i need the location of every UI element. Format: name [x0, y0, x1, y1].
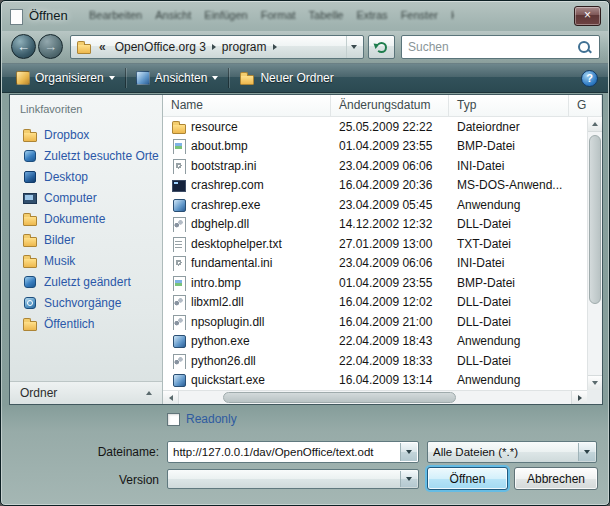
open-button[interactable]: Öffnen — [427, 467, 508, 490]
chevron-down-icon — [351, 45, 357, 49]
filename-label: Dateiname: — [9, 445, 159, 459]
file-row[interactable]: desktophelper.txt 27.01.2009 13:00 TXT-D… — [163, 234, 587, 254]
breadcrumb-dropdown-button[interactable] — [346, 36, 361, 58]
file-name: npsoplugin.dll — [191, 315, 264, 329]
file-date: 25.05.2009 22:22 — [331, 120, 449, 134]
scroll-down-button[interactable] — [588, 375, 602, 390]
sidebar-item-label: Computer — [44, 191, 97, 205]
sidebar-item-icon — [22, 295, 38, 311]
readonly-label[interactable]: Readonly — [186, 412, 237, 426]
horizontal-scrollbar[interactable] — [163, 390, 587, 404]
column-header-date[interactable]: Änderungsdatum — [331, 95, 449, 116]
new-folder-button[interactable]: Neuer Ordner — [231, 67, 341, 89]
content-area: Linkfavoriten Dropbox Zuletzt besuchte O… — [9, 94, 603, 405]
file-row[interactable]: libxml2.dll 16.04.2009 12:02 DLL-Datei — [163, 293, 587, 313]
file-row[interactable]: fundamental.ini 23.04.2009 06:06 INI-Dat… — [163, 254, 587, 274]
scroll-up-button[interactable] — [588, 117, 602, 132]
sidebar-item[interactable]: Öffentlich — [10, 313, 162, 334]
file-row[interactable]: bootstrap.ini 23.04.2009 06:06 INI-Datei — [163, 156, 587, 176]
chevron-right-icon — [578, 395, 582, 401]
forward-button[interactable]: → — [38, 34, 63, 59]
file-name-cell: crashrep.com — [163, 177, 331, 193]
file-row[interactable]: crashrep.com 16.04.2009 20:36 MS-DOS-Anw… — [163, 176, 587, 196]
chevron-down-icon — [212, 76, 218, 80]
file-rows: resource 25.05.2009 22:22 Dateiordner ab… — [163, 117, 587, 390]
file-name: about.bmp — [191, 139, 248, 153]
vertical-scrollbar-thumb[interactable] — [589, 135, 601, 304]
file-type-icon — [171, 294, 187, 310]
file-name: intro.bmp — [191, 276, 241, 290]
background-menu-item: Ansicht — [155, 9, 191, 21]
file-name-cell: fundamental.ini — [163, 255, 331, 271]
help-button[interactable]: ? — [581, 70, 598, 87]
file-name-cell: libxml2.dll — [163, 294, 331, 310]
file-type: DLL-Datei — [449, 295, 569, 309]
sidebar-item[interactable]: Computer — [10, 187, 162, 208]
sidebar-item[interactable]: Desktop — [10, 166, 162, 187]
refresh-button[interactable] — [368, 35, 395, 59]
version-dropdown-button[interactable] — [400, 471, 417, 487]
column-header-size[interactable]: G — [569, 95, 602, 116]
readonly-row: Readonly — [167, 412, 237, 426]
filetype-combobox[interactable]: Alle Dateien (*.*) — [427, 441, 597, 463]
scroll-right-button[interactable] — [571, 391, 587, 404]
file-row[interactable]: npsoplugin.dll 16.04.2009 21:00 DLL-Date… — [163, 312, 587, 332]
views-button[interactable]: Ansichten — [128, 68, 227, 88]
sidebar-item[interactable]: Zuletzt besuchte Orte — [10, 145, 162, 166]
title-bar[interactable]: Öffnen BearbeitenAnsichtEinfügenFormatTa… — [1, 1, 609, 31]
version-value — [173, 470, 398, 488]
sidebar-item-icon — [22, 190, 38, 206]
filetype-dropdown-button[interactable] — [578, 443, 595, 461]
file-row[interactable]: resource 25.05.2009 22:22 Dateiordner — [163, 117, 587, 137]
sidebar-item[interactable]: Bilder — [10, 229, 162, 250]
organize-label: Organisieren — [35, 71, 104, 85]
filename-dropdown-button[interactable] — [400, 443, 417, 461]
breadcrumb-item-program[interactable]: program — [216, 36, 273, 58]
file-row[interactable]: dbghelp.dll 14.12.2002 12:32 DLL-Datei — [163, 215, 587, 235]
file-date: 16.04.2009 12:02 — [331, 295, 449, 309]
breadcrumb-item-openoffice[interactable]: OpenOffice.org 3 — [109, 36, 212, 58]
sidebar-item[interactable]: Suchvorgänge — [10, 292, 162, 313]
file-type: INI-Datei — [449, 159, 569, 173]
file-row[interactable]: intro.bmp 01.04.2009 23:55 BMP-Datei — [163, 273, 587, 293]
column-header-type[interactable]: Typ — [449, 95, 569, 116]
file-name-cell: desktophelper.txt — [163, 236, 331, 252]
scroll-left-button[interactable] — [163, 391, 179, 404]
sidebar-item-icon — [22, 169, 38, 185]
close-button[interactable]: × — [574, 6, 601, 26]
column-header-name[interactable]: Name — [163, 95, 331, 116]
file-row[interactable]: python.exe 22.04.2009 18:43 Anwendung — [163, 332, 587, 352]
filename-input[interactable] — [168, 442, 400, 462]
dialog-title: Öffnen — [29, 8, 68, 23]
folders-expander[interactable]: Ordner — [10, 381, 162, 404]
sidebar-item[interactable]: Dokumente — [10, 208, 162, 229]
file-row[interactable]: quickstart.exe 16.04.2009 13:14 Anwendun… — [163, 371, 587, 391]
horizontal-scrollbar-thumb[interactable] — [223, 392, 456, 403]
file-type-icon — [171, 177, 187, 193]
sidebar-item[interactable]: Dropbox — [10, 124, 162, 145]
chevron-up-icon — [592, 122, 598, 126]
chevron-left-icon — [169, 395, 173, 401]
file-type: Anwendung — [449, 198, 569, 212]
file-row[interactable]: about.bmp 01.04.2009 23:55 BMP-Datei — [163, 137, 587, 157]
readonly-checkbox[interactable] — [167, 413, 180, 426]
vertical-scrollbar[interactable] — [587, 117, 602, 390]
file-type-icon — [171, 353, 187, 369]
file-type: MS-DOS-Anwend... — [449, 178, 569, 192]
breadcrumb-overflow-button[interactable]: « — [96, 36, 109, 58]
organize-button[interactable]: Organisieren — [8, 68, 123, 88]
file-row[interactable]: python26.dll 22.04.2009 18:33 DLL-Datei — [163, 351, 587, 371]
search-input[interactable] — [402, 40, 578, 54]
sidebar-item[interactable]: Zuletzt geändert — [10, 271, 162, 292]
navigation-pane: Linkfavoriten Dropbox Zuletzt besuchte O… — [10, 95, 163, 404]
version-combobox[interactable] — [167, 469, 419, 489]
organize-icon — [16, 71, 30, 85]
file-name: resource — [191, 120, 238, 134]
back-button[interactable]: ← — [11, 34, 36, 59]
breadcrumb-separator-icon — [273, 44, 277, 50]
sidebar-item[interactable]: Musik — [10, 250, 162, 271]
cancel-button[interactable]: Abbrechen — [514, 467, 598, 490]
background-app-menubar: BearbeitenAnsichtEinfügenFormatTabelleEx… — [89, 9, 454, 21]
file-row[interactable]: crashrep.exe 23.04.2009 05:45 Anwendung — [163, 195, 587, 215]
file-name: python26.dll — [191, 354, 256, 368]
